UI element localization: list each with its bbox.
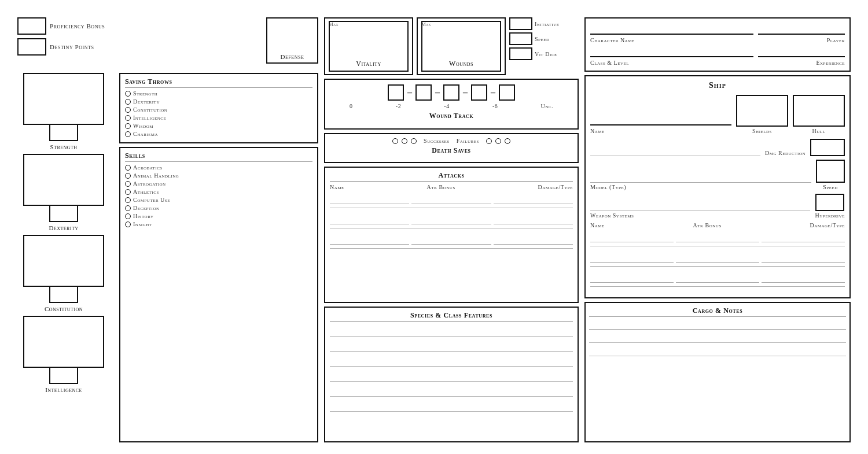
experience-input[interactable] xyxy=(758,46,845,57)
attack-name-2[interactable] xyxy=(330,214,409,224)
ship-speed-box[interactable] xyxy=(816,160,845,183)
wound-dash-3: – xyxy=(463,87,468,98)
skill-deception-circle[interactable] xyxy=(125,205,131,211)
cargo-line-1[interactable] xyxy=(589,319,846,330)
char-name-section: Character Name Player xyxy=(590,23,845,43)
attack-damage-3[interactable] xyxy=(494,234,573,245)
ship-attack-bonus-2[interactable] xyxy=(676,252,759,263)
dmg-reduction-label: Dmg Reduction xyxy=(765,150,806,156)
wound-boxes-row: – – – – xyxy=(388,84,515,101)
save-charisma-circle[interactable] xyxy=(125,131,131,137)
class-level-input[interactable] xyxy=(590,46,753,57)
success-circle-2[interactable] xyxy=(402,138,407,144)
wound-sq-1[interactable] xyxy=(415,84,432,101)
constitution-box[interactable] xyxy=(23,235,104,287)
save-dexterity-row: Dexterity xyxy=(125,98,312,105)
cargo-line-2[interactable] xyxy=(589,333,846,343)
dmg-reduction-box[interactable] xyxy=(810,139,845,156)
ship-attack-damage-2[interactable] xyxy=(762,252,845,263)
attacks-title: Attacks xyxy=(330,171,573,182)
skill-animal-handling-circle[interactable] xyxy=(125,173,131,179)
player-name-input[interactable] xyxy=(758,23,845,35)
attacks-name-col: Name xyxy=(330,184,344,190)
feature-line-1[interactable] xyxy=(330,324,573,337)
ship-attack-bonus-3[interactable] xyxy=(676,272,759,283)
wound-sq-0[interactable] xyxy=(388,84,404,101)
saving-throws-title: Saving Throws xyxy=(125,77,312,88)
wounds-box[interactable]: Max Wounds xyxy=(417,17,506,75)
feature-line-3[interactable] xyxy=(330,354,573,367)
hyperdrive-box[interactable] xyxy=(815,194,844,211)
ship-attack-name-1[interactable] xyxy=(590,232,674,242)
skill-computer-use-label: Computer Use xyxy=(133,197,170,203)
skill-acrobatics-label: Acrobatics xyxy=(133,164,163,171)
save-intelligence-circle[interactable] xyxy=(125,115,131,121)
weapon-systems-input[interactable] xyxy=(590,201,810,211)
constitution-modifier-box[interactable] xyxy=(49,286,78,303)
wound-sq-2[interactable] xyxy=(443,84,459,101)
success-circle-3[interactable] xyxy=(411,138,417,144)
vit-dice-input[interactable] xyxy=(509,47,532,60)
ship-shields-box[interactable] xyxy=(736,95,788,127)
attack-damage-2[interactable] xyxy=(494,214,573,224)
attack-name-1[interactable] xyxy=(330,194,409,204)
save-dexterity-circle[interactable] xyxy=(125,99,131,105)
feature-line-2[interactable] xyxy=(330,339,573,352)
ship-attack-name-2[interactable] xyxy=(590,252,674,263)
attack-row-2 xyxy=(330,214,573,228)
intelligence-modifier-box[interactable] xyxy=(49,367,78,384)
feature-line-6[interactable] xyxy=(330,399,573,412)
ship-attack-damage-3[interactable] xyxy=(762,272,845,283)
save-wisdom-circle[interactable] xyxy=(125,123,131,129)
wound-sq-4[interactable] xyxy=(499,84,515,101)
save-strength-circle[interactable] xyxy=(125,91,131,97)
feature-line-4[interactable] xyxy=(330,369,573,382)
save-dexterity-label: Dexterity xyxy=(133,98,160,105)
skill-astrogation-circle[interactable] xyxy=(125,181,131,187)
failures-label: Failures xyxy=(457,138,479,144)
attack-bonus-3[interactable] xyxy=(411,234,491,245)
skill-history-label: History xyxy=(133,213,154,219)
feature-line-5[interactable] xyxy=(330,384,573,397)
skill-athletics-circle[interactable] xyxy=(125,189,131,195)
wound-val-2: -4 xyxy=(444,103,449,109)
speed-input[interactable] xyxy=(509,32,532,45)
skill-history-circle[interactable] xyxy=(125,213,131,219)
skill-computer-use-circle[interactable] xyxy=(125,197,131,203)
dexterity-modifier-box[interactable] xyxy=(49,205,78,222)
proficiency-bonus-input[interactable] xyxy=(17,17,46,35)
strength-modifier-box[interactable] xyxy=(49,124,78,141)
initiative-input[interactable] xyxy=(509,17,532,30)
skill-insight-circle[interactable] xyxy=(125,222,131,227)
proficiency-row: Proficiency Bonus xyxy=(17,17,263,35)
attack-bonus-1[interactable] xyxy=(411,194,491,204)
success-circle-1[interactable] xyxy=(392,138,398,144)
vitality-box[interactable]: Max Vitality xyxy=(324,17,413,75)
ship-attack-bonus-1[interactable] xyxy=(676,232,759,242)
save-constitution-circle[interactable] xyxy=(125,107,131,113)
failure-circle-1[interactable] xyxy=(486,138,492,144)
failure-circle-2[interactable] xyxy=(495,138,501,144)
ship-hull-box[interactable] xyxy=(793,95,845,127)
failure-circle-3[interactable] xyxy=(505,138,510,144)
attack-bonus-2[interactable] xyxy=(411,214,491,224)
attack-name-3[interactable] xyxy=(330,234,409,245)
model-type-input[interactable] xyxy=(590,172,811,183)
ship-attack-damage-1[interactable] xyxy=(762,232,845,242)
skill-acrobatics-circle[interactable] xyxy=(125,165,131,171)
dexterity-box[interactable] xyxy=(23,154,104,206)
ship-name-row: Name Shields Hull xyxy=(590,95,845,134)
wound-sq-3[interactable] xyxy=(471,84,487,101)
ship-attack-name-3[interactable] xyxy=(590,272,674,283)
ship-name-input[interactable] xyxy=(590,124,731,126)
character-name-input[interactable] xyxy=(590,23,753,35)
intelligence-box[interactable] xyxy=(23,316,104,368)
dmg-reduction-line[interactable] xyxy=(590,146,760,156)
cargo-line-3[interactable] xyxy=(589,346,846,356)
defense-box[interactable]: Defense xyxy=(266,17,318,64)
skill-animal-handling-row: Animal Handling xyxy=(125,172,312,179)
attack-damage-1[interactable] xyxy=(494,194,573,204)
destiny-points-input[interactable] xyxy=(17,38,46,56)
strength-box[interactable] xyxy=(23,73,104,125)
ship-attacks-dmg-col: Damage/Type xyxy=(810,222,845,228)
